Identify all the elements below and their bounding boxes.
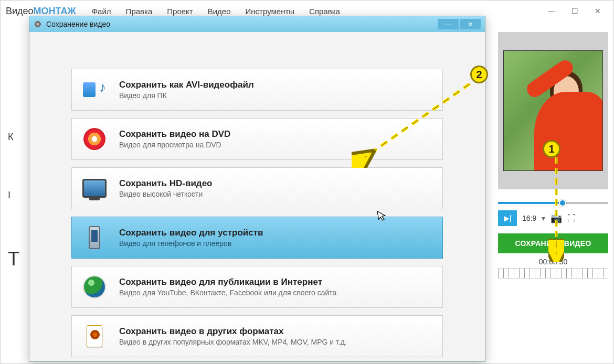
seek-bar[interactable] [498,202,608,204]
option-internet[interactable]: Сохранить видео для публикации в Интерне… [71,266,443,308]
option-hd-sub: Видео высокой четкости [119,190,213,198]
option-hd[interactable]: Сохранить HD-видео Видео высокой четкост… [71,167,443,209]
option-hd-title: Сохранить HD-видео [119,178,213,189]
annotation-badge-2: 2 [470,66,488,83]
dialog-minimize-button[interactable]: — [438,19,459,29]
option-internet-sub: Видео для YouTube, ВКонтакте, Facebook и… [119,288,336,297]
option-dvd-sub: Видео для просмотра на DVD [119,141,230,149]
preview-controls: ▶| 16:9 ▾ 📷 ⛶ [498,210,608,226]
camera-icon[interactable]: 📷 [551,212,562,224]
dialog-gear-icon [34,20,42,28]
option-avi[interactable]: Сохранить как AVI-видеофайл Видео для ПК [71,69,443,111]
option-other-title: Сохранить видео в других форматах [119,326,347,337]
main-window-controls: — ☐ ✕ [541,4,608,18]
option-avi-title: Сохранить как AVI-видеофайл [119,80,254,90]
menu-edit[interactable]: Правка [126,7,153,16]
option-dvd-title: Сохранить видео на DVD [119,129,230,140]
left-letter-t: Т [8,248,19,270]
close-button[interactable]: ✕ [587,4,608,18]
save-video-button[interactable]: СОХРАНИТЬ ВИДЕО [498,233,608,253]
option-internet-title: Сохранить видео для публикации в Интерне… [119,277,336,287]
app-logo: ВидеоМОНТАЖ [6,6,76,17]
option-dvd[interactable]: Сохранить видео на DVD Видео для просмот… [71,118,443,160]
logo-part-a: Видео [6,6,34,16]
menu-file[interactable]: Файл [92,7,111,16]
option-devices-sub: Видео для телефонов и плееров [119,239,263,248]
dialog-title: Сохранение видео [46,20,110,28]
dialog-titlebar[interactable]: Сохранение видео — ✕ [29,16,485,32]
main-menu: Файл Правка Проект Видео Инструменты Спр… [92,7,340,16]
logo-part-b: МОНТАЖ [34,6,76,16]
menu-tools[interactable]: Инструменты [246,7,295,16]
option-other[interactable]: Сохранить видео в других форматах Видео … [71,315,443,357]
option-devices-title: Сохранить видео для устройств [119,228,263,238]
globe-icon [84,276,105,297]
phone-icon [89,226,100,249]
timeline-ruler[interactable] [498,268,608,279]
aspect-ratio[interactable]: 16:9 [522,214,536,222]
film-file-icon [87,325,102,347]
dvd-disc-icon [83,128,105,150]
next-frame-button[interactable]: ▶| [498,210,517,226]
aspect-chevron-icon[interactable]: ▾ [542,214,545,222]
menu-help[interactable]: Справка [309,7,340,16]
dialog-close-button[interactable]: ✕ [460,19,481,29]
avi-file-icon [83,79,106,100]
timecode: 00:00:30 [498,258,608,266]
menu-project[interactable]: Проект [167,7,193,16]
monitor-icon [82,179,107,198]
minimize-button[interactable]: — [541,4,562,18]
annotation-badge-1: 1 [543,140,560,158]
video-preview[interactable] [498,32,608,189]
save-dialog: Сохранение видео — ✕ Сохранить как AVI-в… [29,16,485,362]
left-strip: К I Т [8,132,19,270]
dialog-body: Сохранить как AVI-видеофайл Видео для ПК… [29,32,485,364]
maximize-button[interactable]: ☐ [564,4,585,18]
fullscreen-icon[interactable]: ⛶ [567,213,576,223]
menu-video[interactable]: Видео [208,7,231,16]
option-other-sub: Видео в других популярных форматах MKV, … [119,338,347,346]
option-avi-sub: Видео для ПК [119,91,254,100]
left-letter-k: К [8,132,19,143]
left-letter-i: I [8,190,19,201]
seek-knob[interactable] [559,199,566,207]
